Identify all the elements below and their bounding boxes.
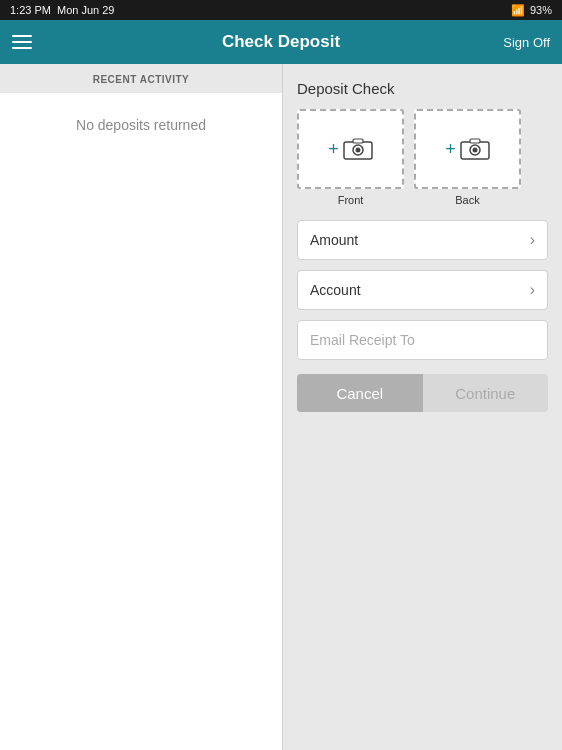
account-label: Account	[310, 282, 361, 298]
account-chevron-icon: ›	[530, 281, 535, 299]
hamburger-icon[interactable]	[12, 35, 32, 49]
nav-bar-title: Check Deposit	[222, 32, 340, 52]
account-field[interactable]: Account ›	[297, 270, 548, 310]
front-camera-icon	[343, 137, 373, 161]
sign-off-button[interactable]: Sign Off	[503, 35, 550, 50]
back-camera-icon	[460, 137, 490, 161]
front-camera-button[interactable]: +	[297, 109, 404, 189]
cancel-button[interactable]: Cancel	[297, 374, 423, 412]
back-label: Back	[455, 194, 479, 206]
back-camera-button[interactable]: +	[414, 109, 521, 189]
buttons-row: Cancel Continue	[297, 374, 548, 412]
battery-level: 93%	[530, 4, 552, 16]
svg-point-6	[472, 148, 477, 153]
nav-bar: Check Deposit Sign Off	[0, 20, 562, 64]
camera-row: + Front +	[297, 109, 548, 206]
amount-label: Amount	[310, 232, 358, 248]
status-time: 1:23 PM	[10, 4, 51, 16]
amount-chevron-icon: ›	[530, 231, 535, 249]
no-deposits-text: No deposits returned	[76, 117, 206, 133]
status-bar-right: 📶 93%	[511, 4, 552, 17]
status-bar: 1:23 PM Mon Jun 29 📶 93%	[0, 0, 562, 20]
recent-activity-header: RECENT ACTIVITY	[0, 64, 282, 93]
left-panel-content: No deposits returned	[0, 93, 282, 750]
amount-field[interactable]: Amount ›	[297, 220, 548, 260]
deposit-check-title: Deposit Check	[297, 80, 548, 97]
front-label: Front	[338, 194, 364, 206]
wifi-icon: 📶	[511, 4, 525, 17]
svg-rect-7	[470, 139, 480, 143]
main-layout: RECENT ACTIVITY No deposits returned Dep…	[0, 64, 562, 750]
status-day: Mon Jun 29	[57, 4, 114, 16]
right-panel: Deposit Check + Front	[283, 64, 562, 750]
email-receipt-input[interactable]	[310, 332, 535, 348]
status-bar-left: 1:23 PM Mon Jun 29	[10, 4, 114, 16]
front-plus-icon: +	[328, 140, 339, 158]
left-panel: RECENT ACTIVITY No deposits returned	[0, 64, 283, 750]
back-plus-icon: +	[445, 140, 456, 158]
svg-point-2	[355, 148, 360, 153]
continue-button[interactable]: Continue	[423, 374, 549, 412]
email-receipt-row[interactable]	[297, 320, 548, 360]
svg-rect-3	[353, 139, 363, 143]
